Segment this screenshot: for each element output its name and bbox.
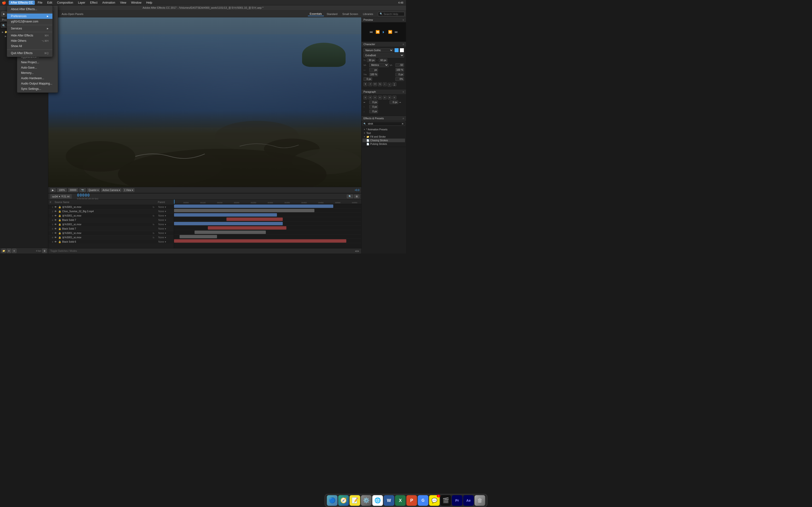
new-folder-btn[interactable]: 📁 bbox=[1, 249, 6, 253]
effects-search-clear-btn[interactable]: ✕ bbox=[400, 122, 405, 125]
style-underline-btn[interactable]: T bbox=[393, 82, 396, 86]
playhead[interactable] bbox=[174, 200, 174, 204]
menu-edit[interactable]: Edit bbox=[45, 0, 54, 5]
quality-select[interactable]: Quarter ▾ bbox=[87, 188, 100, 192]
comp-tab[interactable]: sc04 ● 지도.sc bbox=[50, 194, 72, 199]
timeline-search-btn[interactable]: 🔍 bbox=[347, 194, 353, 198]
track-bar-3[interactable] bbox=[174, 213, 277, 217]
track-bar-4[interactable] bbox=[226, 218, 283, 221]
track-bar-7[interactable] bbox=[195, 231, 266, 234]
space-after-input[interactable] bbox=[369, 110, 378, 113]
apple-menu[interactable]: 🍎 bbox=[2, 1, 6, 5]
lock-icon-9[interactable]: 🔒 bbox=[58, 240, 61, 243]
baseline-input[interactable] bbox=[395, 73, 404, 76]
style-sub-btn[interactable]: T bbox=[388, 83, 392, 87]
prev-frame-btn[interactable]: ⏪ bbox=[375, 30, 380, 34]
layer-name-8[interactable]: 동%S001_sc.mov bbox=[62, 236, 152, 239]
track-bar-5[interactable] bbox=[174, 222, 283, 225]
lock-icon-3[interactable]: 🔒 bbox=[58, 214, 61, 218]
layer-name-7[interactable]: 동%S001_sc.mov bbox=[62, 231, 152, 235]
hide-ae-item[interactable]: Hide After Effects ⌘H bbox=[7, 33, 52, 38]
leading-input[interactable] bbox=[379, 58, 388, 62]
lock-icon-6[interactable]: 🔒 bbox=[58, 227, 61, 231]
layer-name-2[interactable]: Choo_Sunrise_02_Big 3.mp4 bbox=[62, 210, 152, 213]
show-all-item[interactable]: Show All bbox=[7, 44, 52, 49]
timecode-display[interactable]: 00000 bbox=[77, 193, 90, 198]
align-justify-center-btn[interactable]: ≡ bbox=[383, 96, 387, 100]
font-size-input[interactable] bbox=[367, 58, 375, 62]
font-style-select[interactable]: ExtraBold bbox=[363, 53, 404, 57]
layer-name-1[interactable]: 동%S001_sc.mov bbox=[62, 206, 152, 209]
align-left-btn[interactable]: ≡ bbox=[363, 96, 367, 100]
view-select[interactable]: 1 View ▾ bbox=[123, 188, 134, 192]
eye-icon-4[interactable]: 👁 bbox=[54, 219, 57, 222]
paragraph-section-header[interactable]: Paragraph ≡ bbox=[361, 89, 406, 94]
playback-controls[interactable]: ▶ bbox=[50, 188, 56, 192]
align-justify-all-btn[interactable]: ≡ bbox=[393, 96, 396, 100]
frame-number[interactable]: 00000 bbox=[68, 188, 78, 192]
space-before-input[interactable] bbox=[369, 105, 378, 109]
track-bar-1[interactable] bbox=[174, 205, 333, 208]
eye-icon-5[interactable]: 👁 bbox=[54, 223, 57, 226]
preview-section-header[interactable]: Preview ≡ bbox=[361, 17, 406, 22]
menu-view[interactable]: View bbox=[118, 0, 128, 5]
effects-menu-icon[interactable]: ≡ bbox=[403, 117, 404, 120]
scale-h-input[interactable] bbox=[395, 68, 404, 72]
align-justify-left-btn[interactable]: ≡ bbox=[378, 96, 382, 100]
composition-view[interactable] bbox=[48, 17, 361, 187]
style-bold-btn[interactable]: T bbox=[363, 82, 367, 86]
lock-icon-2[interactable]: 🔒 bbox=[58, 210, 61, 213]
eye-icon-6[interactable]: 👁 bbox=[54, 227, 57, 231]
search-help-input[interactable] bbox=[384, 12, 403, 15]
unit-input[interactable] bbox=[369, 68, 378, 72]
account-item[interactable]: yg91412@naver.com bbox=[7, 19, 52, 24]
preview-menu-icon[interactable]: ≡ bbox=[403, 18, 404, 21]
menu-help[interactable]: Help bbox=[144, 0, 154, 5]
track-bar-6[interactable] bbox=[208, 226, 287, 230]
preferences-item[interactable]: Preferences ▶ bbox=[7, 13, 52, 19]
lock-icon-5[interactable]: 🔒 bbox=[58, 223, 61, 226]
effects-tree-animation-presets[interactable]: ▼ * Animation Presets bbox=[362, 128, 405, 131]
layer-name-3[interactable]: 동%S001_sc.mov bbox=[62, 214, 152, 218]
stroke-color-swatch[interactable] bbox=[400, 48, 404, 52]
resolution-select[interactable]: 100% bbox=[57, 188, 67, 192]
delete-btn[interactable]: 🗑 bbox=[42, 249, 47, 253]
effects-tree-text[interactable]: ▼ Text bbox=[362, 131, 405, 135]
pref-sync[interactable]: Sync Settings... bbox=[17, 86, 58, 92]
eye-icon-3[interactable]: 👁 bbox=[54, 214, 57, 218]
import-btn[interactable]: ⊕ bbox=[12, 249, 16, 253]
menu-file[interactable]: File bbox=[36, 0, 44, 5]
layer-name-9[interactable]: Black Solid 6 bbox=[62, 240, 152, 243]
eye-icon-1[interactable]: 👁 bbox=[54, 206, 57, 209]
effects-tree-fill-stroke[interactable]: ▼ 📁 Fill and Stroke bbox=[362, 135, 405, 138]
fill-color-swatch[interactable] bbox=[394, 48, 399, 52]
style-smallcaps-btn[interactable]: Tt bbox=[378, 82, 382, 86]
workspace-small-screen[interactable]: Small Screen bbox=[340, 12, 360, 16]
quit-ae-item[interactable]: Quit After Effects ⌘Q bbox=[7, 50, 52, 56]
indent-before-input[interactable] bbox=[369, 101, 378, 104]
scale-v-input[interactable] bbox=[369, 73, 378, 76]
effects-search-input[interactable] bbox=[367, 122, 400, 125]
workspace-libraries[interactable]: Libraries bbox=[361, 12, 375, 16]
menu-effect[interactable]: Effect bbox=[88, 0, 99, 5]
style-italic-btn[interactable]: T bbox=[368, 82, 372, 86]
character-menu-icon[interactable]: ≡ bbox=[403, 43, 404, 46]
effects-tree-chasing-strokes[interactable]: 📄 Chasing Strokes bbox=[362, 138, 405, 142]
pref-audio-hardware[interactable]: Audio Hardware... bbox=[17, 75, 58, 81]
paragraph-menu-icon[interactable]: ≡ bbox=[403, 91, 404, 93]
effects-presets-header[interactable]: Effects & Presets ≡ bbox=[361, 116, 406, 121]
indent-after-input[interactable] bbox=[390, 101, 398, 104]
menu-composition[interactable]: Composition bbox=[55, 0, 75, 5]
eye-icon-2[interactable]: 👁 bbox=[54, 210, 57, 213]
layer-name-4[interactable]: Black Solid 7 bbox=[62, 219, 152, 221]
layer-name-6[interactable]: Black Solid 7 bbox=[62, 227, 152, 230]
skip-to-end-btn[interactable]: ⏭ bbox=[394, 30, 399, 34]
timeline-options-btn[interactable]: ⊞ bbox=[354, 194, 359, 198]
toolbar-select-tool[interactable]: ▶ bbox=[1, 12, 7, 16]
align-center-btn[interactable]: ≡ bbox=[368, 96, 372, 100]
eye-icon-9[interactable]: 👁 bbox=[54, 240, 57, 243]
track-bar-8[interactable] bbox=[180, 235, 217, 238]
next-frame-btn[interactable]: ⏩ bbox=[388, 30, 393, 34]
eye-icon-8[interactable]: 👁 bbox=[54, 236, 57, 239]
menu-window[interactable]: Window bbox=[129, 0, 143, 5]
